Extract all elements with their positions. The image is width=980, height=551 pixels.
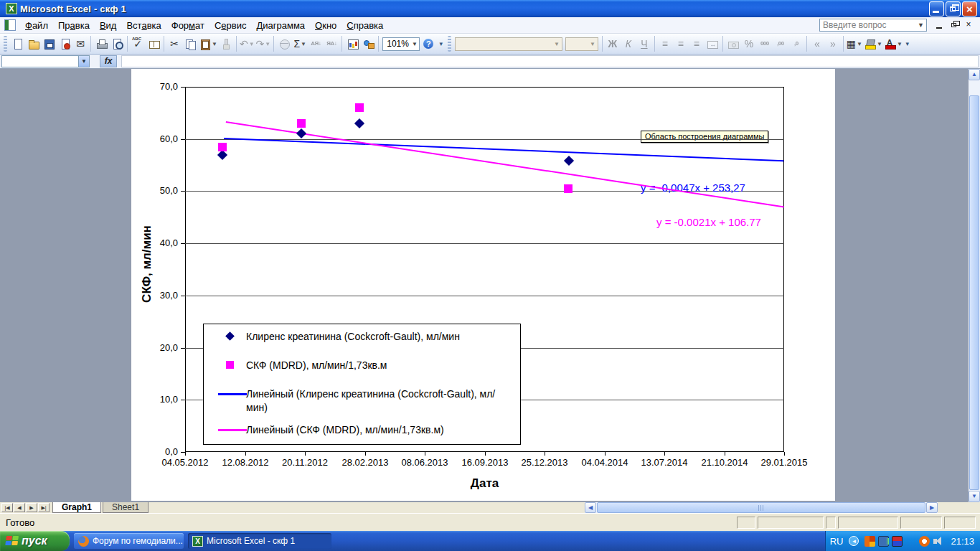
y-tick-label: 10,0 — [141, 394, 178, 405]
x-tick — [725, 452, 725, 456]
sheet-tab-bar: |◀ ◀ ▶ ▶| Graph1Sheet1 ◀ ▶ — [0, 502, 980, 513]
status-cells — [737, 517, 976, 529]
tray-icons — [863, 536, 945, 547]
firefox-icon — [78, 536, 89, 547]
taskbar-clock: 21:13 — [951, 536, 974, 547]
sheet-tabs: Graph1Sheet1 — [51, 502, 149, 513]
excel-window: X Microsoft Excel - скф 1 × ФайлПравкаВи… — [0, 0, 980, 551]
x-tick-label: 08.06.2013 — [393, 457, 456, 468]
x-tick-label: 29.01.2015 — [753, 457, 816, 468]
x-tick-label: 21.10.2014 — [693, 457, 756, 468]
windows-logo-icon — [5, 536, 19, 547]
horizontal-scrollbar[interactable]: ◀ ▶ — [585, 502, 938, 513]
status-text: Готово — [6, 517, 34, 528]
x-tick-label: 13.07.2014 — [633, 457, 696, 468]
prev-sheet-icon[interactable]: ◀ — [14, 503, 25, 512]
excel-icon: X — [192, 536, 203, 547]
language-indicator[interactable]: RU — [830, 536, 844, 547]
start-label: пуск — [22, 534, 47, 547]
y-tick-label: 40,0 — [141, 237, 178, 248]
network-icon[interactable] — [878, 536, 889, 547]
legend-entry[interactable]: Клиренс креатинина (Cockcroft-Gault), мл… — [204, 330, 520, 344]
y-tick-label: 60,0 — [141, 133, 178, 144]
x-axis-title[interactable]: Дата — [185, 476, 784, 491]
y-tick — [181, 87, 185, 88]
x-tick-label: 04.05.2012 — [154, 457, 217, 468]
x-tick-label: 04.04.2014 — [573, 457, 636, 468]
y-tick — [181, 139, 185, 140]
legend-label: Линейный (СКФ (MDRD), мл/мин/1,73кв.м) — [246, 423, 496, 437]
firefox-task-button[interactable]: Форум по гемодиали... — [74, 533, 184, 549]
legend-label: Клиренс креатинина (Cockcroft-Gault), мл… — [246, 330, 496, 344]
data-point[interactable] — [564, 184, 573, 193]
x-tick — [305, 452, 306, 456]
x-tick — [545, 452, 545, 456]
data-point[interactable] — [355, 103, 364, 112]
gridline — [185, 243, 784, 244]
last-sheet-icon[interactable]: ▶| — [38, 503, 50, 512]
y-tick — [181, 243, 185, 244]
legend-entry[interactable]: Линейный (СКФ (MDRD), мл/мин/1,73кв.м) — [204, 423, 520, 437]
task-label: Форум по гемодиали... — [93, 536, 183, 546]
scroll-right-icon[interactable]: ▶ — [926, 502, 938, 513]
tab-graph1[interactable]: Graph1 — [52, 502, 101, 513]
task-buttons: Форум по гемодиали...XMicrosoft Excel - … — [70, 533, 331, 549]
task-label: Microsoft Excel - скф 1 — [207, 536, 295, 546]
y-tick-label: 70,0 — [141, 81, 178, 92]
scroll-left-icon[interactable]: ◀ — [585, 502, 596, 513]
y-tick-label: 0,0 — [141, 446, 178, 457]
horizontal-scroll-thumb[interactable] — [597, 502, 925, 513]
data-point[interactable] — [218, 143, 227, 151]
trendline-equation[interactable]: y = -0.0021x + 106.77 — [656, 216, 761, 228]
volume-icon[interactable] — [933, 536, 943, 547]
x-tick — [185, 452, 186, 456]
y-tick — [181, 348, 185, 349]
next-sheet-icon[interactable]: ▶ — [26, 503, 37, 512]
x-tick — [365, 452, 366, 456]
y-tick — [181, 296, 185, 296]
x-tick-label: 28.02.2013 — [334, 457, 397, 468]
y-tick-label: 30,0 — [141, 290, 178, 301]
x-tick — [605, 452, 606, 456]
x-tick — [425, 452, 425, 456]
gridline — [185, 296, 784, 296]
battery-icon[interactable] — [892, 536, 903, 547]
security-shield-icon[interactable] — [905, 536, 916, 547]
avira-icon[interactable] — [919, 536, 930, 547]
chart-legend[interactable]: Клиренс креатинина (Cockcroft-Gault), мл… — [203, 324, 521, 445]
downloader-icon[interactable] — [864, 536, 875, 547]
tab-sheet1[interactable]: Sheet1 — [103, 502, 149, 513]
legend-entry[interactable]: Линейный (Клиренс креатинина (Cockcroft-… — [204, 387, 520, 415]
x-tick-label: 12.08.2012 — [214, 457, 277, 468]
excel-task-button[interactable]: XMicrosoft Excel - скф 1 — [188, 533, 331, 549]
legend-label: Линейный (Клиренс креатинина (Cockcroft-… — [246, 387, 496, 415]
legend-line-icon — [218, 429, 247, 431]
legend-label: СКФ (MDRD), мл/мин/1,73кв.м — [246, 359, 496, 372]
system-tray: RU ◂ 21:13 — [825, 531, 980, 551]
taskbar: пуск Форум по гемодиали...XMicrosoft Exc… — [0, 531, 980, 551]
y-tick — [181, 400, 185, 400]
y-tick — [181, 191, 185, 192]
start-button[interactable]: пуск — [0, 531, 70, 551]
x-tick — [784, 452, 785, 456]
chart-layer: СКФ, мл/мин Дата Область построения диаг… — [0, 0, 980, 551]
data-point[interactable] — [297, 119, 306, 128]
x-tick-label: 25.12.2013 — [513, 457, 576, 468]
legend-square-icon — [226, 361, 234, 369]
x-tick — [485, 452, 486, 456]
legend-line-icon — [218, 393, 247, 395]
legend-entry[interactable]: СКФ (MDRD), мл/мин/1,73кв.м — [204, 359, 520, 372]
x-tick-label: 20.11.2012 — [273, 457, 336, 468]
x-tick-label: 16.09.2013 — [453, 457, 517, 468]
legend-diamond-icon — [225, 331, 235, 341]
y-tick-label: 50,0 — [141, 185, 178, 196]
status-bar: Готово — [0, 513, 980, 531]
x-tick — [245, 452, 246, 456]
x-tick — [664, 452, 665, 456]
tray-collapse-icon[interactable]: ◂ — [849, 536, 859, 546]
y-tick-label: 20,0 — [141, 342, 178, 353]
first-sheet-icon[interactable]: |◀ — [1, 503, 13, 512]
